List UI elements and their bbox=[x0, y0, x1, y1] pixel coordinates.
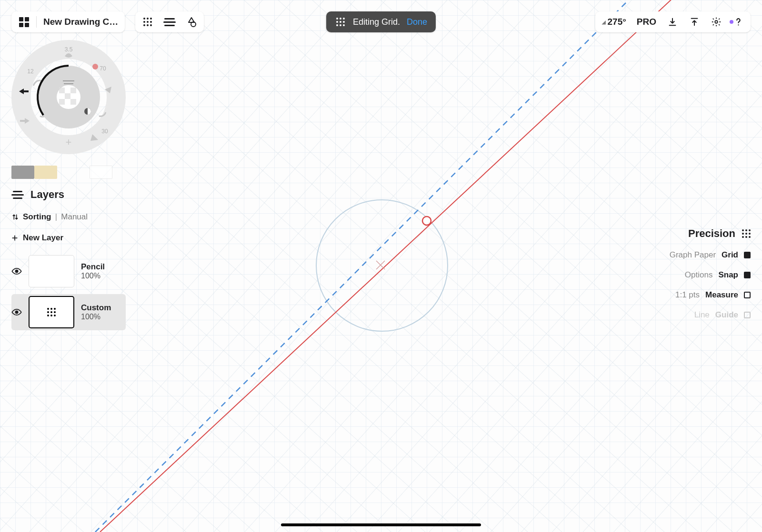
layers-tool-icon[interactable] bbox=[164, 16, 175, 28]
visibility-icon[interactable] bbox=[11, 309, 22, 315]
precision-guide-row[interactable]: Line Guide bbox=[694, 310, 751, 320]
new-layer-button[interactable]: New Layer bbox=[11, 233, 126, 243]
done-button[interactable]: Done bbox=[407, 17, 427, 27]
svg-text:30: 30 bbox=[101, 128, 108, 135]
layer-thumbnail[interactable] bbox=[29, 296, 74, 328]
svg-point-29 bbox=[15, 270, 18, 272]
home-indicator bbox=[281, 523, 481, 526]
svg-point-6 bbox=[715, 20, 718, 23]
svg-rect-18 bbox=[70, 88, 76, 93]
svg-text:+: + bbox=[66, 136, 72, 148]
document-title[interactable]: New Drawing C… bbox=[43, 17, 118, 27]
apps-icon[interactable] bbox=[18, 16, 30, 28]
visibility-icon[interactable] bbox=[11, 268, 22, 275]
precision-measure-row[interactable]: 1:1 pts Measure bbox=[675, 290, 751, 300]
svg-rect-19 bbox=[59, 93, 65, 99]
tool-group bbox=[135, 11, 204, 32]
svg-rect-20 bbox=[65, 93, 70, 99]
precision-grid-row[interactable]: Graph Paper Grid bbox=[670, 250, 751, 260]
svg-point-12 bbox=[92, 64, 98, 69]
pro-badge[interactable]: PRO bbox=[637, 17, 656, 27]
svg-point-30 bbox=[15, 311, 18, 313]
layer-opacity: 100% bbox=[81, 272, 105, 280]
download-icon[interactable] bbox=[667, 16, 678, 28]
svg-rect-23 bbox=[65, 99, 70, 105]
precision-panel: Precision Graph Paper Grid Options Snap … bbox=[665, 227, 751, 320]
layer-opacity: 100% bbox=[81, 313, 111, 321]
layer-name: Pencil bbox=[81, 262, 105, 272]
top-right-toolbar: ◢275° PRO bbox=[595, 11, 751, 32]
layers-title: Layers bbox=[30, 188, 64, 201]
status-text: Editing Grid. bbox=[353, 17, 400, 27]
grid-tool-icon[interactable] bbox=[142, 16, 153, 28]
grid-icon bbox=[335, 16, 346, 28]
title-bar: New Drawing C… bbox=[11, 11, 125, 32]
svg-rect-21 bbox=[70, 93, 76, 99]
svg-rect-24 bbox=[70, 99, 76, 105]
swatch-clear[interactable] bbox=[90, 166, 112, 179]
swatch-cream[interactable] bbox=[34, 166, 57, 179]
layers-panel: Layers Sorting | Manual New Layer Pencil… bbox=[11, 188, 126, 330]
radial-palette[interactable]: 3.5 12 70 30 + bbox=[11, 40, 126, 154]
svg-text:70: 70 bbox=[100, 65, 106, 72]
layer-row[interactable]: Custom 100% bbox=[11, 294, 126, 330]
swatches-bar bbox=[11, 166, 112, 179]
precision-snap-row[interactable]: Options Snap bbox=[685, 270, 751, 280]
layer-name: Custom bbox=[81, 303, 111, 313]
upload-icon[interactable] bbox=[689, 16, 700, 28]
angle-readout[interactable]: ◢275° bbox=[602, 17, 626, 27]
sort-button[interactable]: Sorting | Manual bbox=[11, 212, 126, 222]
grid-icon[interactable] bbox=[742, 229, 751, 238]
layers-icon bbox=[11, 191, 24, 199]
shapes-tool-icon[interactable] bbox=[186, 16, 197, 28]
swatch-grey[interactable] bbox=[11, 166, 34, 179]
status-pill: Editing Grid. Done bbox=[326, 11, 436, 32]
svg-text:3.5: 3.5 bbox=[65, 46, 73, 53]
precision-title: Precision bbox=[688, 227, 735, 240]
layer-thumbnail[interactable] bbox=[29, 255, 74, 287]
guide-handle[interactable] bbox=[422, 217, 431, 225]
help-icon[interactable] bbox=[732, 16, 744, 28]
svg-rect-22 bbox=[59, 99, 65, 105]
svg-rect-17 bbox=[65, 88, 70, 93]
gear-icon[interactable] bbox=[711, 16, 722, 28]
layer-row[interactable]: Pencil 100% bbox=[11, 253, 126, 289]
svg-text:12: 12 bbox=[27, 68, 34, 75]
